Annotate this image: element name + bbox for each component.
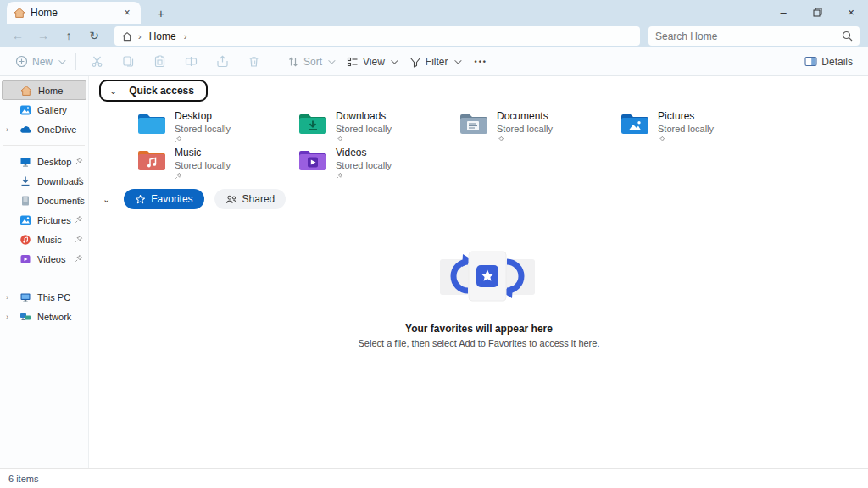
search-input[interactable] bbox=[655, 30, 842, 42]
sidebar-item-gallery[interactable]: Gallery bbox=[0, 100, 88, 119]
view-button[interactable]: View bbox=[340, 50, 403, 74]
people-icon bbox=[225, 194, 237, 205]
chevron-down-icon[interactable]: ⌄ bbox=[109, 86, 117, 97]
favorites-tab[interactable]: Favorites bbox=[124, 189, 203, 209]
search-icon bbox=[842, 30, 853, 42]
sidebar-item-documents[interactable]: Documents bbox=[0, 191, 88, 210]
sidebar-item-pictures[interactable]: Pictures bbox=[0, 210, 88, 230]
onedrive-icon bbox=[19, 124, 31, 136]
quick-access-item-music[interactable]: Music Stored locally bbox=[136, 145, 298, 181]
sidebar-item-label: This PC bbox=[37, 292, 70, 302]
sidebar-item-home[interactable]: Home bbox=[2, 80, 86, 100]
breadcrumb-item-home[interactable]: Home bbox=[147, 30, 179, 42]
back-button[interactable]: ← bbox=[5, 25, 31, 46]
quick-access-item-downloads[interactable]: Downloads Stored locally bbox=[298, 108, 459, 145]
item-status: Stored locally bbox=[175, 124, 231, 135]
search-box[interactable] bbox=[648, 26, 860, 46]
gallery-icon bbox=[19, 104, 31, 116]
share-icon bbox=[216, 55, 229, 68]
new-button[interactable]: New bbox=[8, 50, 70, 74]
pictures-folder-icon bbox=[620, 111, 650, 136]
forward-button[interactable]: → bbox=[31, 25, 56, 46]
item-name: Downloads bbox=[336, 111, 392, 123]
view-icon bbox=[347, 56, 359, 68]
pin-icon bbox=[175, 172, 182, 180]
pin-icon bbox=[75, 215, 83, 224]
content-area: ⌄ Quick access Desktop Stored locally Do… bbox=[90, 76, 868, 468]
copy-button[interactable] bbox=[113, 50, 144, 74]
sidebar-item-desktop[interactable]: Desktop bbox=[0, 152, 88, 171]
navigation-bar: ← → ↑ ↻ › Home › bbox=[0, 24, 868, 47]
refresh-button[interactable]: ↻ bbox=[81, 25, 107, 46]
cut-button[interactable] bbox=[81, 50, 113, 74]
sidebar-item-label: Music bbox=[37, 235, 62, 245]
quick-access-item-videos[interactable]: Videos Stored locally bbox=[298, 145, 459, 181]
close-button[interactable]: × bbox=[834, 0, 868, 24]
trash-icon bbox=[248, 55, 260, 68]
videos-icon bbox=[19, 253, 31, 265]
tab-close-icon[interactable]: × bbox=[120, 6, 134, 19]
home-outline-icon bbox=[121, 30, 133, 42]
rename-icon bbox=[185, 55, 198, 68]
pin-icon bbox=[175, 136, 182, 143]
sort-button-label: Sort bbox=[303, 56, 322, 68]
sidebar-item-videos[interactable]: Videos bbox=[0, 249, 88, 269]
item-name: Music bbox=[175, 147, 231, 159]
details-pane-icon bbox=[804, 56, 817, 67]
sidebar-item-downloads[interactable]: Downloads bbox=[0, 171, 88, 191]
desktop-icon bbox=[19, 156, 31, 168]
item-name: Pictures bbox=[658, 111, 714, 123]
sidebar-item-music[interactable]: Music bbox=[0, 230, 88, 249]
shared-tab[interactable]: Shared bbox=[214, 189, 287, 209]
new-tab-button[interactable]: + bbox=[153, 4, 170, 21]
chevron-right-icon[interactable]: › bbox=[6, 313, 8, 321]
quick-access-header[interactable]: ⌄ Quick access bbox=[99, 80, 208, 102]
navigation-pane: Home Gallery › OneDrive Desktop Download… bbox=[0, 76, 89, 468]
sort-icon bbox=[287, 56, 299, 68]
sidebar-item-network[interactable]: › Network bbox=[0, 307, 88, 326]
sidebar-item-this-pc[interactable]: › This PC bbox=[0, 287, 88, 307]
chevron-right-icon[interactable]: › bbox=[6, 125, 8, 134]
filter-button[interactable]: Filter bbox=[403, 50, 466, 74]
copy-icon bbox=[122, 55, 135, 68]
sort-button[interactable]: Sort bbox=[281, 50, 340, 74]
pin-icon bbox=[336, 136, 343, 143]
share-button[interactable] bbox=[207, 50, 238, 74]
sidebar-item-label: Videos bbox=[37, 254, 65, 264]
minimize-button[interactable]: – bbox=[766, 0, 800, 24]
toolbar-divider bbox=[275, 53, 275, 70]
paste-button[interactable] bbox=[144, 50, 175, 74]
home-icon bbox=[14, 7, 25, 19]
item-name: Videos bbox=[336, 147, 392, 159]
documents-icon bbox=[19, 195, 31, 207]
maximize-button[interactable] bbox=[800, 0, 834, 24]
view-button-label: View bbox=[363, 56, 385, 68]
videos-folder-icon bbox=[298, 147, 328, 173]
sidebar-spacer bbox=[0, 269, 88, 287]
details-button[interactable]: Details bbox=[798, 50, 860, 74]
rename-button[interactable] bbox=[175, 50, 207, 74]
quick-access-item-documents[interactable]: Documents Stored locally bbox=[459, 108, 620, 145]
favorites-tab-label: Favorites bbox=[151, 193, 192, 205]
chevron-down-icon[interactable]: ⌄ bbox=[99, 194, 114, 205]
details-button-label: Details bbox=[821, 56, 853, 68]
quick-access-item-desktop[interactable]: Desktop Stored locally bbox=[136, 108, 298, 145]
titlebar: Home × + – × bbox=[0, 0, 868, 24]
sidebar-item-onedrive[interactable]: › OneDrive bbox=[0, 119, 88, 139]
breadcrumb-separator: › bbox=[182, 31, 189, 42]
quick-access-item-pictures[interactable]: Pictures Stored locally bbox=[620, 108, 781, 145]
sidebar-item-label: Home bbox=[38, 86, 63, 96]
up-button[interactable]: ↑ bbox=[56, 25, 81, 46]
chevron-right-icon[interactable]: › bbox=[6, 293, 8, 302]
command-bar: New Sort View Filter ••• Details bbox=[0, 47, 868, 76]
more-options-button[interactable]: ••• bbox=[466, 58, 496, 66]
quick-access-grid: Desktop Stored locally Downloads Stored … bbox=[136, 108, 781, 181]
breadcrumb-separator: › bbox=[136, 31, 143, 42]
sidebar-item-label: Network bbox=[37, 312, 71, 322]
pin-icon bbox=[75, 176, 83, 185]
explorer-tab-home[interactable]: Home × bbox=[7, 2, 141, 24]
empty-state-subtitle: Select a file, then select Add to Favori… bbox=[90, 338, 868, 348]
empty-state-title: Your favorites will appear here bbox=[90, 323, 868, 335]
breadcrumb[interactable]: › Home › bbox=[114, 26, 640, 46]
delete-button[interactable] bbox=[238, 50, 270, 74]
